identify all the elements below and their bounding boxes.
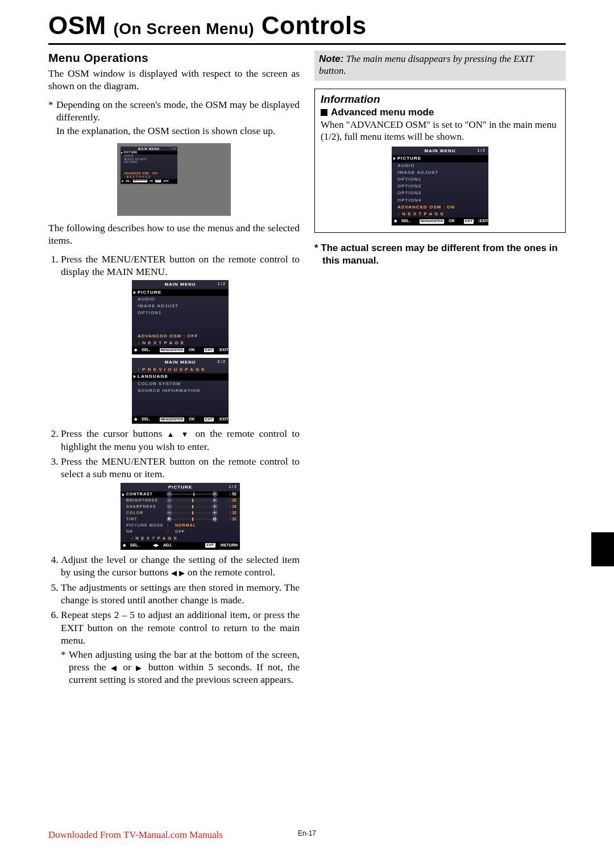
right-column: Note: The main menu disappears by pressi… (314, 51, 566, 688)
step-6-note: *When adjusting using the bar at the bot… (61, 648, 300, 686)
osd-main-1: MAIN MENU1 / 2 PICTURE AUDIO IMAGE ADJUS… (132, 280, 229, 354)
side-tab (591, 532, 614, 566)
mode-note-2: In the explanation, the OSM section is s… (48, 124, 300, 137)
mode-note: *Depending on the screen's mode, the OSM… (48, 98, 300, 124)
steps-list: Press the MENU/ENTER button on the remot… (48, 253, 300, 686)
information-box: Information Advanced menu mode When "ADV… (314, 89, 566, 233)
step-3: Press the MENU/ENTER button on the remot… (61, 455, 300, 550)
page-number: En-17 (298, 829, 316, 837)
square-bullet-icon (321, 109, 327, 116)
title-rule (48, 43, 566, 45)
left-column: Menu Operations The OSM window is displa… (48, 51, 300, 688)
step-2: Press the cursor buttons on the remote c… (61, 427, 300, 453)
page-title: OSM (On Screen Menu) Controls (48, 11, 566, 40)
note-text: The main menu disappears by pressing the… (319, 53, 534, 76)
left-icon-2 (111, 661, 119, 673)
step-6: Repeat steps 2 – 5 to adjust an addition… (61, 608, 300, 686)
left-icon (171, 566, 177, 578)
step-4: Adjust the level or change the setting o… (61, 553, 300, 579)
osd-context-diagram: MAIN MENU1 / 2 PICTURE AUDIO IMAGE ADJUS… (117, 143, 231, 216)
picture-mode-row: NR:OFF (121, 529, 240, 535)
info-heading: Information (321, 93, 559, 106)
page-footer: Downloaded From TV-Manual.com Manuals En… (48, 829, 566, 841)
right-icon-2 (136, 661, 144, 673)
section-heading: Menu Operations (48, 51, 300, 66)
osd-advanced: MAIN MENU1 / 2 PICTURE AUDIO IMAGE ADJUS… (392, 147, 488, 226)
title-sub: (On Screen Menu) (113, 20, 254, 37)
note-box: Note: The main menu disappears by pressi… (314, 51, 566, 81)
intro-text: The OSM window is displayed with respect… (48, 67, 300, 93)
disclaimer: * The actual screen may be different fro… (314, 242, 566, 267)
picture-adj-row: COLOR−+: 32 (121, 510, 240, 516)
osd-picture: PICTURE1 / 2 CONTRAST−+: 52BRIGHTNESS−+:… (121, 483, 240, 550)
info-body: When "ADVANCED OSM" is set to "ON" in th… (321, 119, 559, 144)
title-controls: Controls (262, 11, 367, 39)
desc-text: The following describes how to use the m… (48, 222, 300, 247)
title-osm: OSM (48, 11, 106, 39)
step-5: The adjustments or settings are then sto… (61, 581, 300, 607)
picture-mode-row: PICTURE MODE:NORMAL (121, 523, 240, 529)
picture-adj-row: CONTRAST−+: 52 (121, 491, 240, 498)
note-label: Note: (319, 53, 343, 64)
picture-adj-row: BRIGHTNESS−+: 32 (121, 498, 240, 504)
picture-adj-row: TINTRG: 32 (121, 516, 240, 523)
picture-adj-row: SHARPNESS−+: 16 (121, 504, 240, 510)
info-subheading: Advanced menu mode (321, 106, 559, 119)
right-icon (179, 566, 185, 578)
osd-mini-menu: MAIN MENU1 / 2 PICTURE AUDIO IMAGE ADJUS… (121, 147, 177, 184)
up-icon (167, 428, 177, 439)
osd-main-2: MAIN MENU2 / 2 ↑ P R E V I O U S P A G E… (132, 358, 229, 424)
download-link[interactable]: Downloaded From TV-Manual.com Manuals (48, 829, 223, 841)
step-1: Press the MENU/ENTER button on the remot… (61, 253, 300, 424)
down-icon (181, 428, 190, 439)
